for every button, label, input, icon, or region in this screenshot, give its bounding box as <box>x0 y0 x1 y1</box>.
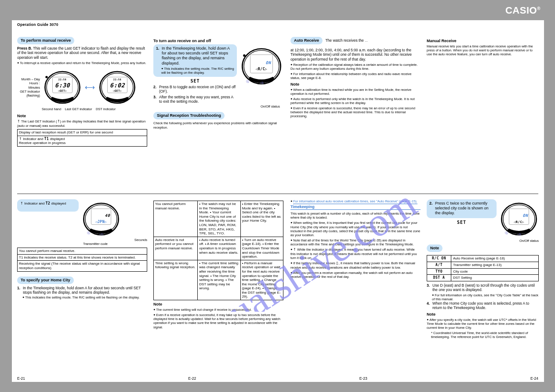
arrow-left-right-icon: ⟷ <box>85 83 95 92</box>
svg-text:22:58: 22:58 <box>113 78 121 81</box>
settings-table: R/C ONAuto Receive setting (page E-18) A… <box>427 255 539 281</box>
c4-p: Manual receive lets you start a time cal… <box>427 44 539 56</box>
manual-page-frame: Operation Guide 3070 Auto Receive The wa… <box>12 20 544 382</box>
annot-dst: DST indicator <box>96 107 116 111</box>
col-3-top: Auto Receive The watch receives the … at… <box>290 37 421 120</box>
annot-seconds: Seconds <box>134 238 147 242</box>
svg-text:◁R/C▷: ◁R/C▷ <box>256 67 268 71</box>
col-1-top: To perform manual receive Press B. This … <box>17 37 147 148</box>
c1-bullet1: To interrupt a receive operation and ret… <box>17 61 147 65</box>
svg-point-19 <box>243 54 245 57</box>
timekeeping-head: Timekeeping <box>290 205 421 210</box>
c1-note-head: Note <box>17 114 147 119</box>
svg-text:◁GET▷: ◁GET▷ <box>112 89 122 92</box>
page-numbers: E-21 E-22 E-23 E-24 <box>17 376 538 381</box>
watch-illustration-jpn: 40 ◁JPN▷ Ⓐ ↑Ⓒ <box>81 199 121 239</box>
svg-text:22:58: 22:58 <box>58 78 66 81</box>
auto-receive-head: Auto Receive <box>290 37 323 44</box>
c2-sig1: Check the following points whenever you … <box>153 121 283 129</box>
annot-second-hand: Second hand <box>42 107 61 111</box>
b2-note-head: Note <box>153 302 283 307</box>
watch-illustration-left: 22:58 6:30 ◁GET▷ Ⓑ <box>43 68 82 107</box>
svg-text:Ⓑ: Ⓑ <box>61 100 64 104</box>
c3-n3: Even if a receive operation is successfu… <box>290 106 421 118</box>
watch-illustration-rc: ON ◁R/C▷ Ⓐ ↑Ⓑ <box>239 44 283 88</box>
col-3-bottom: For information about auto receive calib… <box>290 199 421 280</box>
set-indicator-2: SET <box>457 220 466 225</box>
svg-text:◁R/C▷: ◁R/C▷ <box>514 220 524 224</box>
annot-lastget: Last GET indicator <box>65 107 92 111</box>
troubleshooting-head: Signal Reception Troubleshooting <box>153 112 225 119</box>
c3-p1: at 12:00, 1:00, 2:00, 3:00, 4:00, and 5:… <box>290 48 421 61</box>
c1-status-table: Display of last reception result (GET or… <box>17 129 147 147</box>
col-4-bottom: 2.Press C twice so the currently selecte… <box>427 199 539 341</box>
annot-get-flash: GET indicator (flashing) <box>17 90 40 97</box>
svg-text:6:30: 6:30 <box>55 82 71 89</box>
svg-text:ON: ON <box>523 213 529 218</box>
svg-text:↑Ⓑ: ↑Ⓑ <box>259 81 263 84</box>
svg-text:◁GET▷: ◁GET▷ <box>58 89 67 92</box>
b4-note-head: Note <box>427 312 539 317</box>
c3-note-head: Note <box>290 82 421 87</box>
annot-month-day: Month – Day <box>17 77 40 81</box>
annot-onoff: On/Off status <box>153 104 280 108</box>
col-2-top: To turn auto receive on and off 1.In the… <box>153 37 283 131</box>
svg-text:↑Ⓒ: ↑Ⓒ <box>99 233 103 236</box>
annot-hm: Hours : Minutes <box>17 81 40 89</box>
manual-receive-head: Manual Receive <box>427 39 539 43</box>
page-divider <box>17 194 538 194</box>
annot-transmitter: Transmitter code <box>83 242 147 246</box>
set-indicator: SET <box>190 79 200 83</box>
c3-p2: Reception of the calibration signal alwa… <box>290 63 421 71</box>
c1-step-head: To perform manual receive <box>17 37 74 44</box>
troubleshoot-table: You cannot perform manual receive. T1 in… <box>17 248 147 271</box>
ops-guide-title: Operation Guide 3070 <box>17 22 58 27</box>
svg-text:Ⓐ: Ⓐ <box>505 231 508 235</box>
c3-n2: Auto receive is performed only while the… <box>290 97 421 105</box>
col-2-bottom: You cannot perform manual receive. • The… <box>153 199 283 331</box>
c2-head: To turn auto receive on and off <box>153 39 283 43</box>
trouble-table-2: You cannot perform manual receive. • The… <box>153 201 283 300</box>
svg-text:↑Ⓑ: ↑Ⓑ <box>517 233 521 236</box>
home-city-head: To specify your Home City <box>17 277 74 284</box>
receive-indicator-icon: ⤒ <box>17 119 20 123</box>
svg-text:6:02: 6:02 <box>110 82 126 89</box>
svg-point-6 <box>45 76 47 78</box>
watch-illustration-rc2: ON ◁R/C▷ Ⓐ ↑Ⓑ <box>499 199 539 239</box>
svg-text:ON: ON <box>266 61 272 65</box>
svg-text:Ⓐ: Ⓐ <box>246 79 249 83</box>
c3-n1: When a calibration time is reached while… <box>290 88 421 96</box>
col-4-top: Manual Receive Manual receive lets you s… <box>427 37 539 58</box>
watch-illustration-right: 22:58 6:02 ◁GET▷ <box>98 68 137 107</box>
svg-text:◁JPN▷: ◁JPN▷ <box>95 219 107 224</box>
brand-logo: CASIO® <box>505 5 540 16</box>
svg-text:40: 40 <box>105 213 111 218</box>
svg-text:Ⓐ: Ⓐ <box>87 231 90 235</box>
col-1-bottom: ⤒ Indicator and T2 displayed 40 ◁JPN▷ Ⓐ … <box>17 199 147 299</box>
annot-onoff2: On/Off status <box>427 239 539 243</box>
c3-p3: For information about the relationship b… <box>290 72 421 80</box>
